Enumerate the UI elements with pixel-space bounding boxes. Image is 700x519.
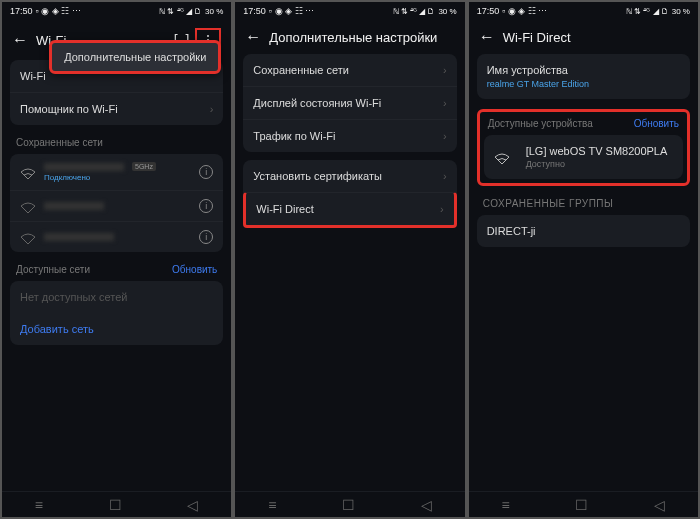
- device-status: Доступно: [526, 159, 668, 169]
- nav-back-icon[interactable]: ◁: [421, 497, 432, 513]
- chevron-right-icon: ›: [210, 103, 214, 115]
- network-row-3[interactable]: i: [10, 221, 223, 252]
- chevron-right-icon: ›: [440, 203, 444, 215]
- device-name: [LG] webOS TV SM8200PLA: [526, 145, 668, 157]
- status-net-icons: ℕ ⇅ ⁴ᴳ ◢ 🗋: [159, 7, 202, 16]
- available-devices-label: Доступные устройства: [488, 118, 593, 129]
- nav-back-icon[interactable]: ◁: [654, 497, 665, 513]
- device-name-label: Имя устройства: [487, 64, 680, 76]
- status-app-icons: ▫ ◉ ◈ ☷ ⋯: [502, 6, 547, 16]
- app-header: ← Дополнительные настройки: [235, 20, 464, 54]
- status-app-icons: ▫ ◉ ◈ ☷ ⋯: [269, 6, 314, 16]
- phone-screen-2: 17:50 ▫ ◉ ◈ ☷ ⋯ ℕ ⇅ ⁴ᴳ ◢ 🗋 30 % ← Дополн…: [235, 2, 464, 517]
- android-nav-bar: ≡ ☐ ◁: [2, 491, 231, 517]
- page-title: Wi-Fi Direct: [503, 30, 688, 45]
- saved-networks-label: Сохраненные сети: [10, 133, 223, 154]
- nav-back-icon[interactable]: ◁: [187, 497, 198, 513]
- android-nav-bar: ≡ ☐ ◁: [469, 491, 698, 517]
- back-icon[interactable]: ←: [479, 28, 495, 46]
- no-networks-text: Нет доступных сетей: [10, 281, 223, 313]
- device-name-card[interactable]: Имя устройства realme GT Master Edition: [477, 54, 690, 99]
- popup-additional-settings[interactable]: Дополнительные настройки: [49, 40, 221, 74]
- chevron-right-icon: ›: [443, 64, 447, 76]
- saved-networks-row[interactable]: Сохраненные сети ›: [243, 54, 456, 86]
- back-icon[interactable]: ←: [245, 28, 261, 46]
- info-icon[interactable]: i: [199, 165, 213, 179]
- network-row-1[interactable]: 5GHz Подключено i: [10, 154, 223, 190]
- chevron-right-icon: ›: [443, 170, 447, 182]
- wifi-signal-icon: [20, 231, 36, 243]
- nav-home-icon[interactable]: ☐: [342, 497, 355, 513]
- wifi-direct-row[interactable]: Wi-Fi Direct ›: [243, 192, 456, 228]
- phone-screen-1: 17:50 ▫ ◉ ◈ ☷ ⋯ ℕ ⇅ ⁴ᴳ ◢ 🗋 30 % ← Wi-Fi …: [2, 2, 231, 517]
- wifi-status-display-row[interactable]: Дисплей состояния Wi-Fi ›: [243, 86, 456, 119]
- chevron-right-icon: ›: [443, 130, 447, 142]
- saved-groups-label: СОХРАНЕННЫЕ ГРУППЫ: [477, 194, 690, 215]
- available-device-row[interactable]: [LG] webOS TV SM8200PLA Доступно: [484, 135, 683, 179]
- available-networks-header: Доступные сети Обновить: [10, 260, 223, 281]
- install-certificates-row[interactable]: Установить сертификаты ›: [243, 160, 456, 192]
- nav-home-icon[interactable]: ☐: [109, 497, 122, 513]
- wifi-signal-icon: [20, 166, 36, 178]
- status-time: 17:50: [10, 6, 33, 16]
- status-net-icons: ℕ ⇅ ⁴ᴳ ◢ 🗋: [626, 7, 669, 16]
- status-battery: 30 %: [672, 7, 690, 16]
- network-name-blurred: [44, 163, 124, 171]
- available-devices-section: Доступные устройства Обновить [LG] webOS…: [477, 109, 690, 186]
- status-time: 17:50: [243, 6, 266, 16]
- status-time: 17:50: [477, 6, 500, 16]
- refresh-link[interactable]: Обновить: [634, 118, 679, 129]
- nav-recent-icon[interactable]: ≡: [502, 497, 510, 513]
- network-name-blurred: [44, 233, 114, 241]
- wifi-signal-icon: [20, 200, 36, 212]
- status-net-icons: ℕ ⇅ ⁴ᴳ ◢ 🗋: [393, 7, 436, 16]
- add-network-link[interactable]: Добавить сеть: [10, 313, 223, 345]
- app-header: ← Wi-Fi Direct: [469, 20, 698, 54]
- back-icon[interactable]: ←: [12, 31, 28, 49]
- saved-group-row[interactable]: DIRECT-ji: [477, 215, 690, 247]
- status-bar: 17:50 ▫ ◉ ◈ ☷ ⋯ ℕ ⇅ ⁴ᴳ ◢ 🗋 30 %: [2, 2, 231, 20]
- nav-home-icon[interactable]: ☐: [575, 497, 588, 513]
- network-row-2[interactable]: i: [10, 190, 223, 221]
- nav-recent-icon[interactable]: ≡: [268, 497, 276, 513]
- status-bar: 17:50 ▫ ◉ ◈ ☷ ⋯ ℕ ⇅ ⁴ᴳ ◢ 🗋 30 %: [235, 2, 464, 20]
- chevron-right-icon: ›: [443, 97, 447, 109]
- status-battery: 30 %: [205, 7, 223, 16]
- phone-screen-3: 17:50 ▫ ◉ ◈ ☷ ⋯ ℕ ⇅ ⁴ᴳ ◢ 🗋 30 % ← Wi-Fi …: [469, 2, 698, 517]
- nav-recent-icon[interactable]: ≡: [35, 497, 43, 513]
- network-name-blurred: [44, 202, 104, 210]
- device-name-value: realme GT Master Edition: [487, 79, 680, 89]
- refresh-link[interactable]: Обновить: [172, 264, 217, 275]
- info-icon[interactable]: i: [199, 199, 213, 213]
- band-badge: 5GHz: [132, 162, 156, 171]
- android-nav-bar: ≡ ☐ ◁: [235, 491, 464, 517]
- wifi-traffic-row[interactable]: Трафик по Wi-Fi ›: [243, 119, 456, 152]
- status-battery: 30 %: [438, 7, 456, 16]
- status-app-icons: ▫ ◉ ◈ ☷ ⋯: [36, 6, 81, 16]
- connected-status: Подключено: [44, 173, 199, 182]
- page-title: Дополнительные настройки: [269, 30, 454, 45]
- wifi-assistant-row[interactable]: Помощник по Wi-Fi ›: [10, 92, 223, 125]
- wifi-signal-icon: [494, 151, 510, 163]
- info-icon[interactable]: i: [199, 230, 213, 244]
- status-bar: 17:50 ▫ ◉ ◈ ☷ ⋯ ℕ ⇅ ⁴ᴳ ◢ 🗋 30 %: [469, 2, 698, 20]
